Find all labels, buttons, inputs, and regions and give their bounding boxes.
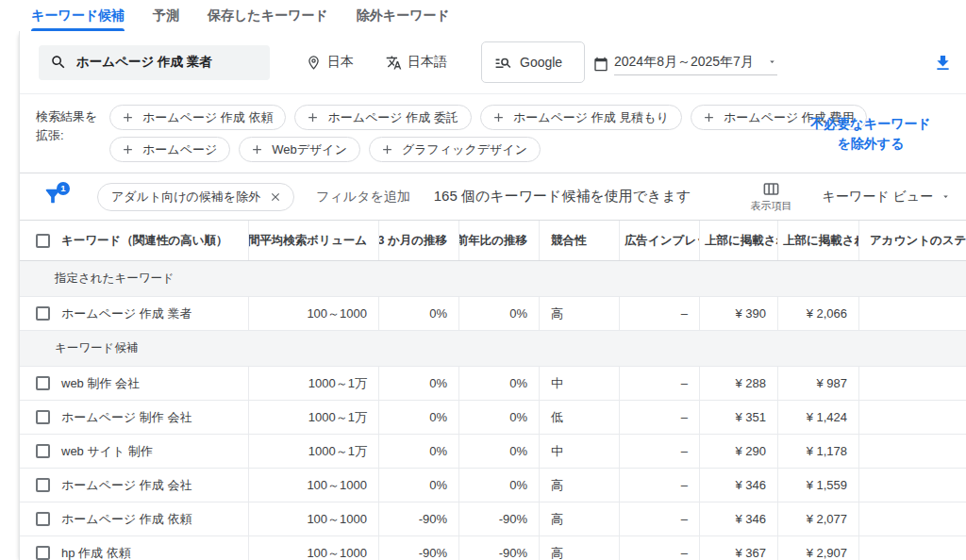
top-bid-low-cell: ¥ 367: [699, 536, 777, 560]
tab-forecasts[interactable]: 予測: [153, 0, 179, 31]
table-row[interactable]: ホームページ 制作 会社 1000～1万 0% 0% 低 – ¥ 351 ¥ 1…: [20, 401, 966, 435]
table-row[interactable]: web 制作 会社 1000～1万 0% 0% 中 – ¥ 288 ¥ 987: [20, 367, 966, 401]
chip-label: ホームページ: [142, 141, 217, 158]
tab-saved-keywords[interactable]: 保存したキーワード: [208, 0, 328, 31]
top-bid-high-cell: ¥ 2,066: [777, 297, 858, 330]
add-keyword-chip[interactable]: Webデザイン: [239, 137, 360, 162]
calendar-icon: [593, 57, 608, 72]
add-filter-button[interactable]: フィルタを追加: [316, 189, 410, 206]
ad-impression-cell: –: [619, 367, 699, 400]
competition-cell: 低: [539, 401, 619, 434]
chevron-down-icon: [941, 191, 951, 202]
language-selector[interactable]: 日本語: [386, 54, 447, 71]
chip-label: ホームページ 作成 委託: [327, 109, 458, 126]
add-keyword-chip[interactable]: ホームページ 作成 依頼: [109, 105, 286, 130]
competition-cell: 高: [539, 469, 619, 502]
volume-cell: 100～1000: [248, 297, 378, 330]
location-selector[interactable]: 日本: [306, 54, 354, 71]
plus-icon: [250, 142, 264, 156]
trend-yoy-cell: 0%: [458, 469, 539, 502]
column-header-yoy[interactable]: 前年比の推移: [458, 221, 539, 260]
column-header-account-status[interactable]: アカウントのステータ: [858, 221, 966, 260]
row-checkbox[interactable]: [36, 410, 50, 424]
tab-keyword-ideas[interactable]: キーワード候補: [31, 0, 125, 31]
close-icon[interactable]: [269, 190, 282, 204]
account-status-cell: [858, 502, 966, 535]
trend-3m-cell: 0%: [378, 297, 458, 330]
ad-impression-cell: –: [619, 297, 699, 330]
volume-cell: 1000～1万: [248, 401, 378, 434]
account-status-cell: [858, 297, 966, 330]
view-selector[interactable]: キーワード ビュー: [822, 189, 951, 206]
column-header-keyword[interactable]: キーワード（関連性の高い順）: [61, 233, 227, 249]
column-header-3month[interactable]: 3 か月の推移: [378, 221, 458, 260]
add-keyword-chip[interactable]: ホームページ 作成 委託: [294, 105, 471, 130]
date-range-selector[interactable]: 2024年8月～2025年7月: [593, 50, 777, 75]
ad-impression-cell: –: [619, 401, 699, 434]
top-bid-high-cell: ¥ 2,077: [777, 502, 858, 535]
download-button[interactable]: [933, 53, 953, 73]
row-checkbox[interactable]: [36, 376, 50, 390]
expand-results-row: 検索結果を 拡張: ホームページ 作成 依頼 ホームページ 作成 委託 ホームペ…: [20, 94, 966, 173]
column-header-top-bid-high[interactable]: 上部に掲載され: [777, 221, 858, 260]
volume-cell: 100～1000: [248, 469, 378, 502]
keyword-cell: ホームページ 作成 会社: [61, 477, 192, 494]
tab-label: 除外キーワード: [357, 8, 450, 25]
filter-count-badge: 1: [57, 182, 70, 195]
competition-cell: 高: [539, 297, 619, 330]
trend-3m-cell: -90%: [378, 502, 458, 535]
columns-button[interactable]: 表示項目: [750, 180, 791, 213]
tab-negative-keywords[interactable]: 除外キーワード: [357, 0, 450, 31]
keyword-cell: hp 作成 依頼: [61, 545, 131, 560]
volume-cell: 100～1000: [248, 536, 378, 560]
table-row[interactable]: ホームページ 作成 依頼 100～1000 -90% -90% 高 – ¥ 34…: [20, 502, 966, 536]
add-keyword-chip[interactable]: ホームページ: [109, 137, 230, 162]
top-bid-high-cell: ¥ 2,907: [777, 536, 858, 560]
row-checkbox[interactable]: [36, 478, 50, 492]
ad-impression-cell: –: [619, 435, 699, 468]
table-header-row: キーワード（関連性の高い順） 月間平均検索ボリューム 3 か月の推移 前年比の推…: [20, 220, 966, 261]
competition-cell: 中: [539, 435, 619, 468]
row-checkbox[interactable]: [36, 546, 50, 560]
network-selector[interactable]: Google: [481, 41, 585, 83]
competition-cell: 中: [539, 367, 619, 400]
plus-icon: [306, 110, 320, 124]
column-header-volume[interactable]: 月間平均検索ボリューム: [248, 221, 378, 260]
row-checkbox[interactable]: [36, 444, 50, 458]
column-header-competition[interactable]: 競合性: [539, 221, 619, 260]
select-all-checkbox[interactable]: [36, 234, 50, 248]
table-row[interactable]: web サイト 制作 1000～1万 0% 0% 中 – ¥ 290 ¥ 1,1…: [20, 435, 966, 469]
keyword-cell: ホームページ 制作 会社: [61, 409, 192, 426]
plus-icon: [121, 110, 135, 124]
expansion-chips: ホームページ 作成 依頼 ホームページ 作成 委託 ホームページ 作成 見積もり…: [109, 105, 867, 162]
adult-filter-chip[interactable]: アダルト向けの候補を除外: [97, 183, 294, 211]
row-checkbox[interactable]: [36, 306, 50, 321]
add-keyword-chip[interactable]: ホームページ 作成 見積もり: [480, 105, 682, 130]
location-pin-icon: [306, 55, 322, 71]
competition-cell: 高: [539, 536, 619, 560]
add-keyword-chip[interactable]: グラフィックデザイン: [369, 137, 541, 162]
filter-button[interactable]: 1: [42, 186, 65, 208]
trend-3m-cell: 0%: [378, 435, 458, 468]
column-header-ad-impression[interactable]: 広告インプレッ: [619, 221, 699, 260]
keyword-cell: web サイト 制作: [61, 443, 153, 460]
manage-search-icon: [494, 54, 512, 72]
trend-yoy-cell: 0%: [458, 401, 539, 434]
section-header: 指定されたキーワード: [20, 261, 966, 297]
tab-label: 予測: [153, 8, 179, 25]
exclude-unneeded-keywords-link[interactable]: 不必要なキーワード を除外する: [800, 114, 941, 154]
search-input[interactable]: ホームページ 作成 業者: [39, 45, 270, 80]
top-bid-high-cell: ¥ 1,559: [777, 469, 858, 502]
table-row[interactable]: ホームページ 作成 業者 100～1000 0% 0% 高 – ¥ 390 ¥ …: [20, 297, 966, 331]
account-status-cell: [858, 469, 966, 502]
row-checkbox[interactable]: [36, 512, 50, 526]
account-status-cell: [858, 536, 966, 560]
column-header-top-bid-low[interactable]: 上部に掲載され: [699, 221, 777, 260]
chip-label: ホームページ 作成 依頼: [142, 109, 273, 126]
table-row[interactable]: hp 作成 依頼 100～1000 -90% -90% 高 – ¥ 367 ¥ …: [20, 536, 966, 560]
columns-icon: [762, 180, 780, 198]
plus-icon: [380, 142, 394, 156]
tab-bar: キーワード候補 予測 保存したキーワード 除外キーワード: [0, 0, 966, 31]
top-bid-low-cell: ¥ 290: [699, 435, 777, 468]
table-row[interactable]: ホームページ 作成 会社 100～1000 0% 0% 高 – ¥ 346 ¥ …: [20, 469, 966, 502]
